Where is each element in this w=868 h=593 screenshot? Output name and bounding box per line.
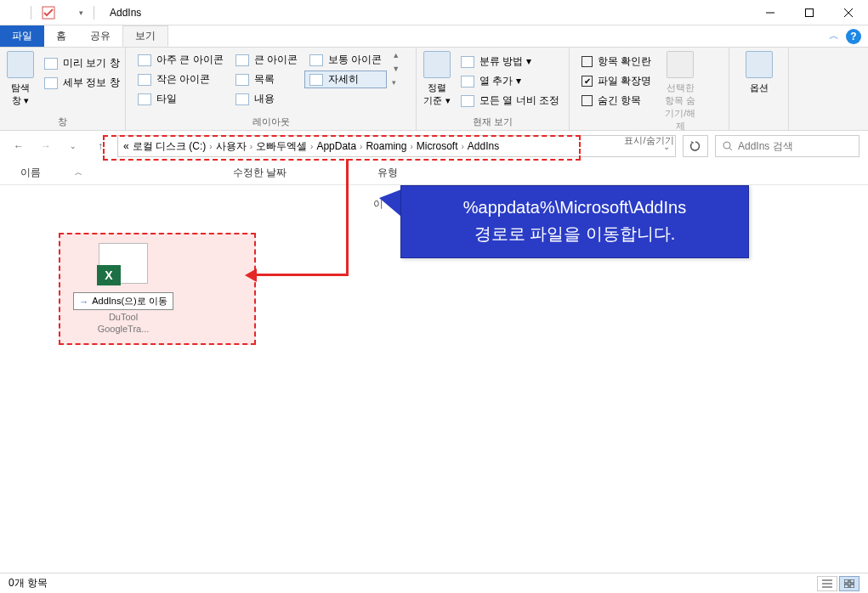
refresh-button[interactable]: [683, 135, 708, 157]
view-thumbnails-button[interactable]: [839, 576, 859, 591]
crumb-0[interactable]: 로컬 디스크 (C:)›: [133, 139, 213, 154]
folder-icon: [7, 6, 20, 20]
tab-share[interactable]: 공유: [78, 25, 122, 47]
ribbon-tabs: 파일 홈 공유 보기 ︿ ?: [0, 25, 868, 48]
tab-home[interactable]: 홈: [44, 25, 78, 47]
group-by-button[interactable]: 분류 방법 ▾: [456, 53, 564, 71]
crumb-4[interactable]: Roaming›: [366, 140, 412, 152]
options-button[interactable]: 옵션: [740, 51, 778, 94]
maximize-button[interactable]: [790, 0, 829, 25]
crumb-6[interactable]: AddIns: [468, 140, 499, 152]
title-bar: ▾ AddIns: [0, 0, 868, 25]
group-layout-label: 레이아웃: [133, 114, 409, 128]
recent-dropdown-icon[interactable]: ⌄: [63, 136, 83, 156]
layout-details[interactable]: 자세히: [304, 71, 387, 88]
content-area: 이 X → AddIns(으)로 이동 DuTool GoogleTra... …: [0, 185, 868, 588]
size-columns-button[interactable]: 모든 열 너비 조정: [456, 92, 564, 110]
help-icon[interactable]: ?: [846, 29, 861, 44]
sort-by-button[interactable]: 정렬 기준 ▾: [423, 51, 451, 107]
dragged-file[interactable]: X → AddIns(으)로 이동 DuTool GoogleTra...: [72, 243, 174, 334]
svg-rect-2: [806, 8, 814, 16]
excel-file-icon: X: [99, 243, 148, 284]
svg-rect-11: [850, 579, 854, 583]
file-name-line1: DuTool: [72, 312, 174, 322]
move-arrow-icon: →: [79, 296, 88, 307]
drop-target-highlight: X → AddIns(으)로 이동 DuTool GoogleTra...: [59, 233, 256, 345]
group-panes-label: 창: [7, 114, 118, 128]
crumb-5[interactable]: Microsoft›: [417, 140, 464, 152]
search-placeholder: AddIns 검색: [738, 139, 793, 154]
layout-more-icon[interactable]: ▾: [392, 78, 400, 87]
checkbox-file-ext[interactable]: 파일 확장명: [576, 72, 656, 90]
address-bar-row: ← → ⌄ ↑ « 로컬 디스크 (C:)› 사용자› 오빠두엑셀› AppDa…: [0, 131, 868, 161]
column-name[interactable]: 이름 ︿: [12, 166, 224, 180]
tab-file[interactable]: 파일: [0, 25, 44, 47]
column-type[interactable]: 유형: [369, 166, 445, 180]
layout-extra-large[interactable]: 아주 큰 아이콘: [133, 51, 229, 69]
svg-rect-13: [850, 585, 854, 588]
layout-tiles[interactable]: 타일: [133, 90, 229, 108]
up-button[interactable]: ↑: [90, 136, 111, 156]
qat-folder-icon[interactable]: [60, 6, 74, 20]
sort-indicator-icon: ︿: [75, 167, 82, 178]
qat-checkbox-icon[interactable]: [42, 6, 55, 20]
svg-rect-12: [844, 585, 848, 588]
options-label: 옵션: [750, 82, 769, 94]
layout-list[interactable]: 목록: [230, 71, 303, 88]
close-button[interactable]: [829, 0, 868, 25]
add-columns-button[interactable]: 열 추가 ▾: [456, 72, 564, 90]
item-count: 0개 항목: [9, 576, 48, 590]
search-input[interactable]: AddIns 검색: [715, 135, 859, 157]
column-headers: 이름 ︿ 수정한 날짜 유형: [0, 161, 868, 185]
callout-line1: %appdata%\Microsoft\AddIns: [411, 198, 738, 217]
move-tooltip: → AddIns(으)로 이동: [73, 292, 173, 310]
group-currentview-label: 현재 보기: [423, 114, 562, 128]
back-button[interactable]: ←: [9, 136, 29, 156]
checkbox-item-checkboxes[interactable]: 항목 확인란: [576, 53, 656, 71]
crumb-2[interactable]: 오빠두엑셀›: [256, 139, 313, 154]
navigation-pane-button[interactable]: 탐색 창 ▾: [7, 51, 34, 107]
view-details-button[interactable]: [817, 576, 837, 591]
hide-selected-button: 선택한 항목 숨기기/해제: [661, 51, 699, 133]
callout-line2: 경로로 파일을 이동합니다.: [411, 223, 738, 246]
checkbox-hidden-items[interactable]: 숨긴 항목: [576, 92, 656, 110]
ribbon: 탐색 창 ▾ 미리 보기 창 세부 정보 창 창 아주 큰 아이콘 작은 아이콘…: [0, 48, 868, 131]
annotation-arrow-head: [245, 268, 257, 282]
svg-point-5: [723, 142, 730, 149]
details-pane-button[interactable]: 세부 정보 창: [39, 74, 125, 92]
qat-dropdown-icon[interactable]: ▾: [79, 8, 83, 17]
navigation-pane-label: 탐색 창 ▾: [7, 82, 34, 107]
status-bar: 0개 항목: [0, 573, 868, 593]
annotation-arrow: [346, 159, 349, 275]
crumb-3[interactable]: AppData›: [316, 140, 362, 152]
callout-pointer: [379, 189, 401, 217]
layout-medium[interactable]: 보통 아이콘: [304, 51, 387, 69]
crumb-1[interactable]: 사용자›: [216, 139, 252, 154]
layout-small[interactable]: 작은 아이콘: [133, 71, 229, 88]
layout-large[interactable]: 큰 아이콘: [230, 51, 303, 69]
svg-rect-10: [844, 579, 848, 583]
search-icon: [723, 141, 733, 151]
forward-button: →: [36, 136, 56, 156]
minimize-button[interactable]: [751, 0, 790, 25]
window-title: AddIns: [110, 7, 141, 19]
ribbon-collapse-icon[interactable]: ︿: [829, 29, 839, 43]
group-options-label: [736, 127, 781, 128]
tab-view[interactable]: 보기: [122, 25, 168, 47]
svg-line-6: [729, 148, 732, 150]
hide-selected-label: 선택한 항목 숨기기/해제: [661, 82, 699, 133]
layout-content[interactable]: 내용: [230, 90, 303, 108]
file-name-line2: GoogleTra...: [72, 324, 174, 334]
annotation-callout: %appdata%\Microsoft\AddIns 경로로 파일을 이동합니다…: [400, 185, 749, 258]
breadcrumb-dropdown-icon[interactable]: ⌄: [663, 142, 670, 151]
layout-scroll-up-icon[interactable]: ▲: [392, 51, 400, 59]
breadcrumb[interactable]: « 로컬 디스크 (C:)› 사용자› 오빠두엑셀› AppData› Roam…: [117, 135, 676, 157]
breadcrumb-prefix: «: [123, 140, 129, 152]
sort-by-label: 정렬 기준 ▾: [423, 82, 451, 107]
layout-scroll-down-icon[interactable]: ▼: [392, 65, 400, 73]
annotation-arrow: [255, 274, 349, 276]
preview-pane-button[interactable]: 미리 보기 창: [39, 54, 125, 72]
